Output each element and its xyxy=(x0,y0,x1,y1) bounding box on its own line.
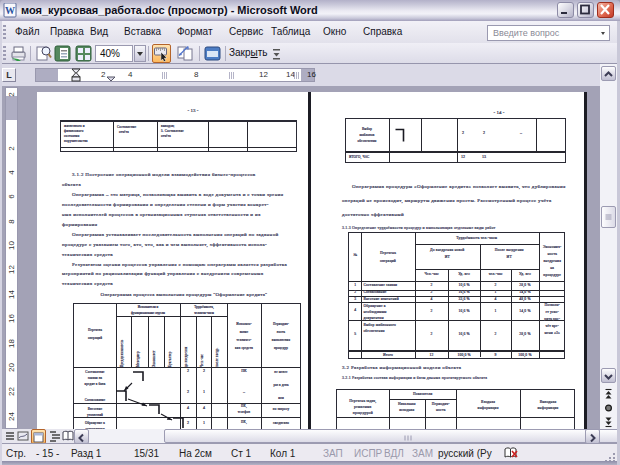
svg-text:W: W xyxy=(5,5,15,16)
